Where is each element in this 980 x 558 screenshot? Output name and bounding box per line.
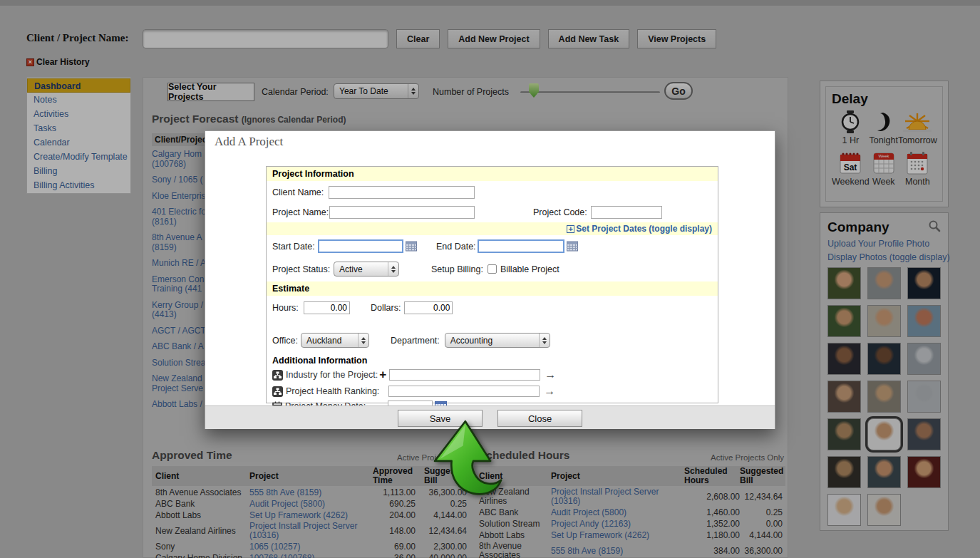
select-stepper-icon xyxy=(358,334,368,347)
lookup-arrow-icon[interactable]: → xyxy=(544,385,555,398)
department-label: Department: xyxy=(391,336,440,346)
additional-information-header: Additional Information xyxy=(267,351,718,366)
project-code-input[interactable] xyxy=(591,206,662,219)
billable-project-checkbox[interactable] xyxy=(488,264,497,274)
estimate-section-header: Estimate xyxy=(267,281,718,296)
industry-label: Industry for the Project: xyxy=(286,370,378,380)
select-stepper-icon xyxy=(388,262,398,276)
calendar-icon[interactable] xyxy=(406,241,417,252)
set-project-dates-text: Set Project Dates (toggle display) xyxy=(576,224,712,234)
end-date-input[interactable] xyxy=(478,239,564,253)
end-date-label: End Date: xyxy=(436,242,478,252)
setup-billing-label: Setup Billing: xyxy=(431,264,483,274)
add-project-modal: Add A Project Project Information Client… xyxy=(205,130,775,429)
project-status-value: Active xyxy=(334,264,388,274)
select-stepper-icon xyxy=(539,334,550,347)
project-name-label: Project Name: xyxy=(272,207,329,217)
dollars-label: Dollars: xyxy=(371,303,401,313)
office-label: Office: xyxy=(272,336,301,346)
hours-input[interactable] xyxy=(304,301,350,314)
health-ranking-label: Project Health Ranking: xyxy=(286,386,379,396)
billable-project-label: Billable Project xyxy=(500,264,559,274)
close-button[interactable]: Close xyxy=(497,410,582,427)
start-date-label: Start Date: xyxy=(272,242,318,252)
org-chart-icon xyxy=(272,370,283,381)
org-chart-icon xyxy=(272,386,283,397)
client-name-label: Client Name: xyxy=(272,187,329,197)
app-window: Client / Project Name: ClearAdd New Proj… xyxy=(0,0,980,558)
plus-icon: + xyxy=(567,225,574,233)
department-select[interactable]: Accounting xyxy=(445,333,550,348)
department-value: Accounting xyxy=(445,336,539,346)
health-ranking-input[interactable] xyxy=(388,386,540,397)
office-select[interactable]: Auckland xyxy=(301,333,369,348)
start-date-input[interactable] xyxy=(318,239,403,253)
hours-label: Hours: xyxy=(272,303,304,313)
project-information-section-header: Project Information xyxy=(267,167,718,181)
lookup-arrow-icon[interactable]: → xyxy=(545,368,556,381)
add-industry-plus-icon[interactable]: + xyxy=(379,368,386,382)
dollars-input[interactable] xyxy=(404,301,453,314)
set-dates-band: + Set Project Dates (toggle display) xyxy=(267,222,718,235)
office-value: Auckland xyxy=(301,336,358,346)
industry-input[interactable] xyxy=(389,369,540,381)
modal-title: Add A Project xyxy=(215,135,283,149)
calendar-icon[interactable] xyxy=(567,241,578,252)
modal-footer: Save Close xyxy=(205,405,775,429)
project-name-input[interactable] xyxy=(329,206,475,219)
client-name-input[interactable] xyxy=(329,186,475,199)
project-status-label: Project Status: xyxy=(272,264,334,274)
add-project-form: Project Information Client Name: Project… xyxy=(266,166,718,403)
project-code-label: Project Code: xyxy=(533,207,587,217)
project-status-select[interactable]: Active xyxy=(334,262,399,277)
save-button[interactable]: Save xyxy=(398,410,483,427)
set-project-dates-link[interactable]: + Set Project Dates (toggle display) xyxy=(567,224,712,234)
